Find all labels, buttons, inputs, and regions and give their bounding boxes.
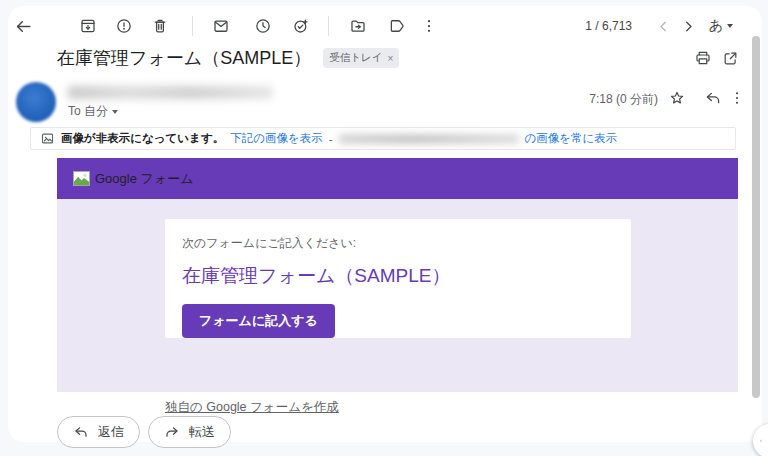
chevron-right-icon [680,18,697,35]
create-own-form-link[interactable]: 独自の Google フォームを作成 [165,399,339,416]
email-subject: 在庫管理フォーム（SAMPLE） [57,46,311,70]
delete-button[interactable] [145,11,175,41]
snooze-button[interactable] [248,11,278,41]
caret-down-icon [112,110,118,114]
open-in-new-button[interactable] [715,43,745,73]
toolbar-more-button[interactable] [414,11,444,41]
form-intro-text: 次のフォームにご記入ください: [182,235,631,252]
more-vert-icon [728,89,746,107]
caret-down-icon [727,24,733,28]
print-icon [694,49,712,67]
mark-unread-button[interactable] [206,11,236,41]
move-to-button[interactable] [343,11,373,41]
reply-icon [704,89,722,107]
add-to-tasks-button[interactable] [286,11,316,41]
delete-icon [151,17,169,35]
mark-unread-icon [212,17,230,35]
fill-form-button[interactable]: フォームに記入する [182,304,335,338]
pagination-count: 1 / 6,713 [548,11,632,41]
toolbar-divider [192,16,193,36]
sender-avatar[interactable] [16,82,56,122]
sender-address-redacted [339,134,519,144]
reply-pill-button[interactable]: 返信 [57,416,140,448]
input-tools-label: あ [709,17,723,35]
snooze-icon [254,17,272,35]
reading-pane: 1 / 6,713 あ 在庫管理フォーム（SAMPLE） 受信トレイ × To … [8,6,762,442]
star-icon [668,89,686,107]
input-tools-button[interactable]: あ [700,11,742,41]
form-title: 在庫管理フォーム（SAMPLE） [182,263,631,289]
open-in-new-icon [722,50,739,67]
forms-brand-alt-text: Google フォーム [95,170,193,188]
add-to-tasks-icon [292,17,310,35]
forms-email-body: 次のフォームにご記入ください: 在庫管理フォーム（SAMPLE） フォームに記入… [57,199,738,392]
remove-label-icon[interactable]: × [388,53,394,64]
to-recipients-toggle[interactable]: To 自分 [68,103,118,120]
older-email-button[interactable] [673,11,703,41]
subject-row: 在庫管理フォーム（SAMPLE） 受信トレイ × [57,46,399,70]
forms-email-header: Google フォーム [57,158,738,199]
scrollbar-thumb[interactable] [752,36,760,398]
show-images-link[interactable]: 下記の画像を表示 [230,131,323,146]
banner-separator: - [329,133,333,145]
print-button[interactable] [688,43,718,73]
message-timestamp: 7:18 (0 分前) [508,91,658,108]
inbox-label-text: 受信トレイ [329,51,382,65]
report-spam-button[interactable] [109,11,139,41]
star-button[interactable] [662,83,692,113]
form-card: 次のフォームにご記入ください: 在庫管理フォーム（SAMPLE） フォームに記入… [165,219,631,338]
archive-button[interactable] [73,11,103,41]
inbox-label-chip[interactable]: 受信トレイ × [323,48,399,68]
forward-pill-label: 転送 [189,423,215,441]
reply-icon [73,424,89,440]
email-content: Google フォーム 次のフォームにご記入ください: 在庫管理フォーム（SAM… [57,158,738,392]
hidden-image-icon [40,131,55,146]
report-spam-icon [115,17,133,35]
forward-icon [164,424,180,440]
broken-image-icon [73,171,90,186]
back-arrow-icon [14,17,33,36]
forward-pill-button[interactable]: 転送 [148,416,231,448]
more-vert-icon [420,17,438,35]
to-label: To 自分 [68,103,108,120]
labels-icon [388,17,406,35]
message-more-button[interactable] [722,83,752,113]
banner-message: 画像が非表示になっています。 [61,131,224,146]
toolbar-divider [328,16,329,36]
labels-button[interactable] [382,11,412,41]
archive-icon [79,17,97,35]
chevron-left-icon [655,18,672,35]
always-show-images-link[interactable]: の画像を常に表示 [525,131,618,146]
sender-name-redacted [68,86,273,99]
images-hidden-banner: 画像が非表示になっています。 下記の画像を表示 - の画像を常に表示 [30,127,736,150]
chevron-left-icon [759,434,763,448]
back-button[interactable] [8,11,38,41]
reply-pill-label: 返信 [98,423,124,441]
move-to-icon [349,17,367,35]
